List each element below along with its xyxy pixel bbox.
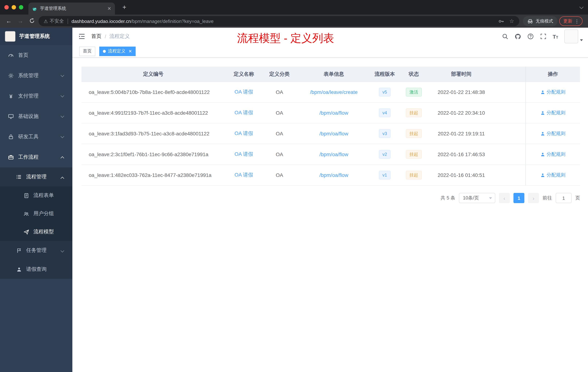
bookmark-star-icon[interactable]: ☆ — [509, 18, 514, 24]
screen: 芋道管理系统 ✕ + ← → ⚠ 不安全 dashboard.yudao.ioc… — [0, 0, 588, 372]
browser-tab[interactable]: 芋道管理系统 ✕ — [28, 2, 115, 15]
security-label: 不安全 — [50, 18, 64, 24]
col-definition-category: 定义分类 — [262, 71, 296, 77]
browser-toolbar: ← → ⚠ 不安全 dashboard.yudao.iocoder.cn /bp… — [0, 15, 588, 28]
chevron-up-icon — [61, 156, 64, 160]
tag-close-icon[interactable]: ✕ — [128, 49, 132, 54]
app-logo — [5, 31, 16, 42]
breadcrumb-current: 流程定义 — [109, 33, 130, 40]
sidebar-item-process-form[interactable]: 流程表单 — [0, 186, 72, 205]
sidebar-item-process-model[interactable]: 流程模型 — [0, 223, 72, 241]
prev-page-button[interactable]: ‹ — [499, 193, 510, 203]
table-row: oa_leave:5:004b710b-7b8a-11ec-8ef0-acde4… — [82, 82, 580, 103]
cell-category: OA — [262, 131, 296, 136]
table-row: oa_leave:3:1fad3d93-7b75-11ec-a3c8-acde4… — [82, 123, 580, 144]
cell-category: OA — [262, 152, 296, 157]
form-link[interactable]: /bpm/oa/flow — [319, 172, 348, 178]
address-bar[interactable]: ⚠ 不安全 dashboard.yudao.iocoder.cn /bpm/ma… — [39, 16, 519, 26]
tab-favicon — [32, 6, 37, 11]
form-link[interactable]: /bpm/oa/leave/create — [310, 89, 358, 95]
assign-rule-link[interactable]: 分配规则 — [540, 151, 566, 158]
help-icon[interactable] — [527, 33, 534, 40]
status-tag: 挂起 — [406, 171, 422, 179]
chevron-down-icon — [61, 94, 64, 97]
password-key-icon[interactable] — [498, 18, 504, 24]
cell-deploy-time: 2022-01-22 21:48:38 — [430, 89, 493, 95]
chevron-down-icon — [61, 134, 64, 138]
cell-definition-id: oa_leave:3:1fad3d93-7b75-11ec-a3c8-acde4… — [82, 131, 225, 136]
sidebar-item-home[interactable]: 首页 — [0, 45, 72, 66]
reload-button[interactable] — [29, 18, 35, 24]
status-tag: 挂起 — [406, 129, 422, 138]
browser-update-button[interactable]: 更新 ⋮ — [559, 16, 583, 26]
goto-page-input[interactable] — [556, 193, 572, 203]
form-link[interactable]: /bpm/oa/flow — [319, 110, 348, 116]
col-definition-name: 定义名称 — [225, 71, 262, 77]
gear-icon — [8, 73, 14, 79]
definition-name-link[interactable]: OA 请假 — [235, 151, 253, 158]
forward-button[interactable]: → — [15, 18, 25, 24]
cell-category: OA — [262, 89, 296, 95]
close-window-button[interactable] — [4, 5, 9, 10]
minimize-window-button[interactable] — [12, 5, 16, 10]
tag-home[interactable]: 首页 — [79, 46, 95, 56]
version-tag: v3 — [379, 129, 390, 138]
user-icon — [540, 173, 545, 177]
assign-rule-link[interactable]: 分配规则 — [540, 109, 566, 116]
sidebar-item-payment[interactable]: ¥ 支付管理 — [0, 86, 72, 106]
version-tag: v2 — [379, 150, 390, 159]
next-page-button[interactable]: › — [528, 193, 539, 203]
page-size-select[interactable]: 10条/页 — [459, 193, 495, 203]
definition-name-link[interactable]: OA 请假 — [235, 130, 253, 137]
chevron-down-icon — [61, 114, 64, 118]
sidebar-item-user-group[interactable]: 用户分组 — [0, 205, 72, 223]
page-content: 定义编号 定义名称 定义分类 表单信息 流程版本 状态 部署时间 操作 oa_l… — [72, 57, 588, 372]
user-avatar[interactable] — [564, 30, 578, 43]
sidebar-item-system[interactable]: 系统管理 — [0, 66, 72, 86]
sidebar-item-leave-query[interactable]: 请假查询 — [0, 260, 72, 279]
new-tab-button[interactable]: + — [120, 3, 129, 12]
sidebar-item-workflow[interactable]: 工作流程 — [0, 147, 72, 167]
current-page-button[interactable]: 1 — [514, 193, 524, 203]
assign-rule-link[interactable]: 分配规则 — [540, 172, 566, 178]
document-icon — [23, 193, 29, 198]
goto-unit: 页 — [575, 195, 580, 201]
version-tag: v5 — [379, 88, 390, 97]
definition-name-link[interactable]: OA 请假 — [235, 172, 253, 178]
back-button[interactable]: ← — [4, 18, 14, 24]
col-definition-id: 定义编号 — [82, 71, 225, 77]
github-icon[interactable] — [514, 33, 521, 40]
browser-menu-icon[interactable]: ⋮ — [575, 18, 579, 24]
definition-name-link[interactable]: OA 请假 — [235, 89, 253, 95]
fullscreen-icon[interactable] — [540, 33, 546, 40]
form-link[interactable]: /bpm/oa/flow — [319, 152, 348, 157]
chevron-up-icon — [61, 177, 64, 180]
chevron-down-icon — [61, 249, 64, 252]
person-icon — [16, 266, 22, 272]
sidebar-item-infrastructure[interactable]: 基础设施 — [0, 106, 72, 127]
definition-name-link[interactable]: OA 请假 — [235, 109, 253, 116]
cell-definition-id: oa_leave:5:004b710b-7b8a-11ec-8ef0-acde4… — [82, 89, 225, 95]
assign-rule-link[interactable]: 分配规则 — [540, 130, 566, 137]
search-icon[interactable] — [502, 33, 508, 40]
assign-rule-link[interactable]: 分配规则 — [540, 89, 566, 95]
status-tag: 挂起 — [406, 150, 422, 159]
col-status: 状态 — [398, 71, 430, 77]
task-flag-icon — [16, 248, 22, 253]
sidebar-item-task-management[interactable]: 任务管理 — [0, 241, 72, 260]
maximize-window-button[interactable] — [19, 5, 23, 10]
incognito-icon — [527, 19, 533, 23]
tab-close-icon[interactable]: ✕ — [107, 6, 111, 11]
font-size-icon[interactable]: TT — [553, 33, 558, 40]
form-link[interactable]: /bpm/oa/flow — [319, 131, 348, 136]
sidebar-item-process-management[interactable]: 流程管理 — [0, 167, 72, 186]
breadcrumb-separator: / — [105, 33, 106, 39]
tag-process-definition[interactable]: 流程定义 ✕ — [99, 46, 136, 56]
tab-search-icon[interactable] — [579, 5, 584, 9]
user-menu[interactable] — [564, 30, 583, 43]
breadcrumb-home[interactable]: 首页 — [91, 33, 101, 40]
definition-table: 定义编号 定义名称 定义分类 表单信息 流程版本 状态 部署时间 操作 oa_l… — [82, 67, 580, 186]
cell-definition-id: oa_leave:4:991f2193-7b7f-11ec-a3c8-acde4… — [82, 110, 225, 116]
sidebar-item-devtools[interactable]: 研发工具 — [0, 127, 72, 147]
collapse-sidebar-icon[interactable] — [78, 33, 85, 40]
